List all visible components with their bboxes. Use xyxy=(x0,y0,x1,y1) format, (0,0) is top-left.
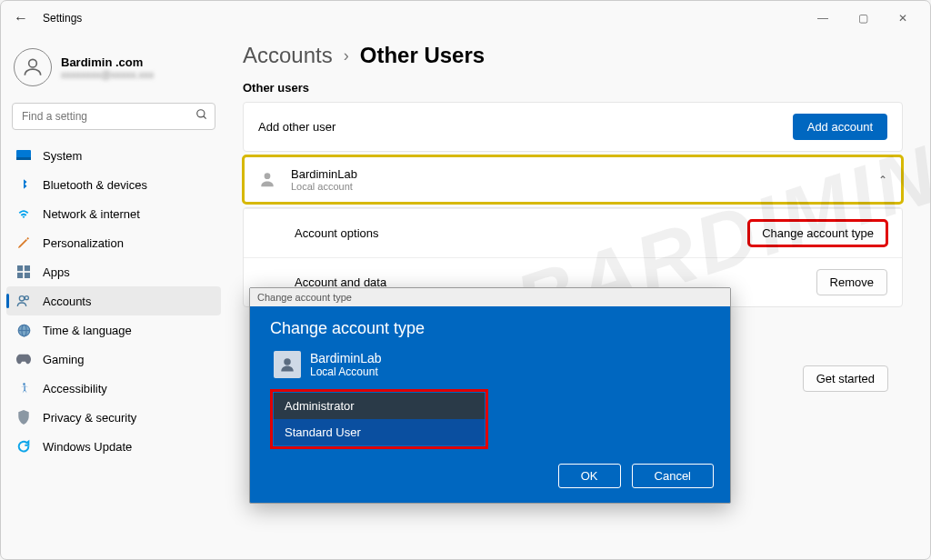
svg-rect-6 xyxy=(25,265,30,271)
sidebar-item-accessibility[interactable]: Accessibility xyxy=(6,374,221,403)
sidebar-item-label: Network & internet xyxy=(43,207,140,221)
sidebar-item-time[interactable]: Time & language xyxy=(6,315,221,345)
user-entry-row[interactable]: BardiminLab Local account ⌃ xyxy=(244,156,902,203)
sidebar-item-label: Gaming xyxy=(43,353,85,366)
dialog-ok-button[interactable]: OK xyxy=(558,464,621,488)
sidebar-item-label: Accessibility xyxy=(43,382,107,395)
person-icon xyxy=(258,170,278,190)
search-icon xyxy=(195,108,208,125)
add-account-button[interactable]: Add account xyxy=(793,114,887,140)
dialog-user-type: Local Account xyxy=(310,365,382,378)
shield-icon xyxy=(15,409,32,425)
sidebar-item-label: Windows Update xyxy=(43,440,132,454)
breadcrumb: Accounts › Other Users xyxy=(243,43,903,68)
page-title: Other Users xyxy=(360,43,485,68)
chevron-right-icon: › xyxy=(344,46,349,65)
minimize-button[interactable]: ― xyxy=(803,5,843,32)
remove-button[interactable]: Remove xyxy=(816,269,887,295)
globe-icon xyxy=(15,322,32,338)
sidebar-item-label: Personalization xyxy=(43,236,124,250)
option-administrator[interactable]: Administrator xyxy=(274,393,485,419)
svg-rect-4 xyxy=(16,157,31,160)
dialog-cancel-button[interactable]: Cancel xyxy=(632,464,714,488)
account-type-dropdown[interactable]: Administrator Standard User xyxy=(270,389,488,449)
svg-point-10 xyxy=(25,296,28,300)
update-icon xyxy=(15,438,32,455)
dialog-user-avatar-icon xyxy=(274,351,301,378)
sidebar-item-label: Time & language xyxy=(43,324,132,337)
section-heading: Other users xyxy=(243,81,903,95)
sidebar-item-privacy[interactable]: Privacy & security xyxy=(6,403,221,432)
sidebar-item-gaming[interactable]: Gaming xyxy=(6,345,221,374)
sidebar-item-bluetooth[interactable]: Bluetooth & devices xyxy=(6,170,221,199)
svg-rect-7 xyxy=(17,273,23,278)
gaming-icon xyxy=(15,351,32,367)
sidebar-item-system[interactable]: System xyxy=(6,141,221,170)
sidebar-item-personalization[interactable]: Personalization xyxy=(6,228,221,257)
back-button[interactable]: ← xyxy=(8,10,34,26)
dialog-heading: Change account type xyxy=(270,319,710,338)
account-options-label: Account options xyxy=(295,226,736,240)
sidebar-item-label: Bluetooth & devices xyxy=(43,178,147,192)
sidebar-item-label: Accounts xyxy=(43,295,91,308)
brush-icon xyxy=(15,235,32,251)
svg-rect-8 xyxy=(25,273,30,278)
sidebar-item-label: Apps xyxy=(43,265,70,279)
search-input[interactable] xyxy=(12,103,215,130)
user-email: xxxxxxxx@xxxxx.xxx xyxy=(61,69,154,80)
chevron-up-icon: ⌃ xyxy=(878,174,887,186)
user-avatar-icon xyxy=(14,48,52,86)
dialog-user-name: BardiminLab xyxy=(310,351,382,365)
user-entry-name: BardiminLab xyxy=(291,167,866,181)
wifi-icon xyxy=(15,205,32,222)
option-standard-user[interactable]: Standard User xyxy=(274,419,485,445)
change-account-type-dialog: Change account type Change account type … xyxy=(249,287,731,504)
accessibility-icon xyxy=(15,380,32,396)
sidebar-item-label: System xyxy=(43,149,82,163)
dialog-titlebar: Change account type xyxy=(250,288,730,306)
maximize-button[interactable]: ▢ xyxy=(843,5,883,32)
breadcrumb-section[interactable]: Accounts xyxy=(243,43,333,68)
close-button[interactable]: ✕ xyxy=(883,5,923,32)
svg-point-16 xyxy=(284,358,291,365)
svg-point-0 xyxy=(29,59,37,67)
svg-point-14 xyxy=(23,383,25,385)
accounts-icon xyxy=(15,293,32,309)
svg-point-1 xyxy=(197,110,205,117)
system-icon xyxy=(15,147,32,164)
sidebar-item-label: Privacy & security xyxy=(43,411,136,425)
user-entry-type: Local account xyxy=(291,181,866,192)
get-started-button[interactable]: Get started xyxy=(803,365,888,392)
svg-point-9 xyxy=(19,296,24,301)
change-account-type-button[interactable]: Change account type xyxy=(748,220,887,246)
sidebar-item-accounts[interactable]: Accounts xyxy=(6,286,221,315)
sidebar-item-apps[interactable]: Apps xyxy=(6,257,221,286)
svg-point-15 xyxy=(265,173,271,179)
user-name: Bardimin .com xyxy=(61,55,154,69)
current-user[interactable]: Bardimin .com xxxxxxxx@xxxxx.xxx xyxy=(6,43,221,99)
add-user-label: Add other user xyxy=(258,120,780,134)
svg-rect-5 xyxy=(17,265,23,271)
sidebar-item-update[interactable]: Windows Update xyxy=(6,432,221,461)
window-title: Settings xyxy=(43,12,82,25)
sidebar-item-network[interactable]: Network & internet xyxy=(6,199,221,228)
bluetooth-icon xyxy=(15,176,32,193)
svg-line-2 xyxy=(204,116,206,119)
apps-icon xyxy=(15,264,32,280)
